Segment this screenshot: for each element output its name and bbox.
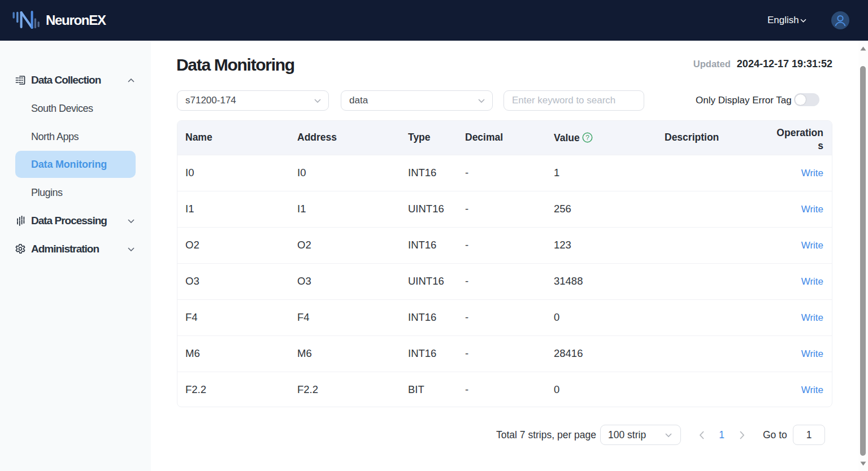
svg-text:?: ? [585,133,589,141]
